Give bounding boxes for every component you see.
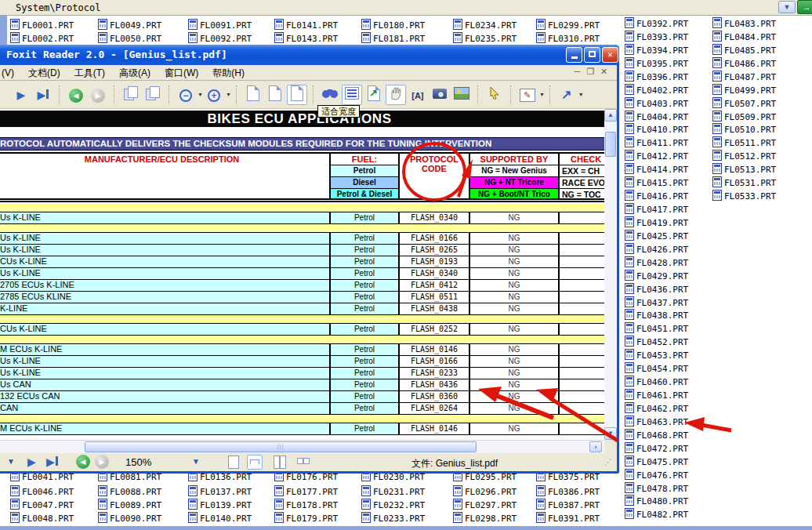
- file-item[interactable]: FL0437.PRT: [625, 296, 688, 308]
- file-item[interactable]: FL0386.PRT: [536, 485, 600, 497]
- menu-item-3[interactable]: 高级(A): [112, 65, 158, 80]
- last-page-button[interactable]: ▶: [33, 85, 53, 105]
- foxit-title-bar[interactable]: Foxit Reader 2.0 - [Genius_list.pdf] ✕: [0, 45, 619, 65]
- select-text-button[interactable]: [A]: [408, 85, 428, 105]
- file-item[interactable]: FL0507.PRT: [712, 97, 776, 109]
- table-row[interactable]: 2705 ECUs K-LINEPetrolFLASH_0412NG: [0, 280, 604, 292]
- reading-layout-button[interactable]: [342, 85, 362, 105]
- file-item[interactable]: FL0463.PRT: [625, 416, 688, 427]
- file-item[interactable]: FL0510.PRT: [712, 123, 776, 135]
- file-item[interactable]: FL0404.PRT: [625, 111, 688, 122]
- file-item[interactable]: FL0419.PRT: [625, 216, 688, 228]
- file-item[interactable]: FL0402.PRT: [625, 84, 688, 96]
- file-item[interactable]: FL0047.PRT: [10, 499, 74, 510]
- file-item[interactable]: FL0233.PRT: [361, 512, 425, 524]
- doc-restore-button[interactable]: ❐: [584, 67, 597, 77]
- file-item[interactable]: FL0480.PRT: [625, 495, 688, 506]
- file-item[interactable]: FL0453.PRT: [625, 349, 688, 361]
- file-item[interactable]: FL0403.PRT: [625, 97, 688, 109]
- file-item[interactable]: FL0179.PRT: [274, 512, 338, 524]
- table-row[interactable]: CUs K-LINEPetrolFLASH_0252NG: [0, 324, 604, 336]
- zoom-in-button[interactable]: +: [204, 85, 224, 105]
- table-row[interactable]: CUs K-LINEPetrolFLASH_0193NG: [0, 256, 604, 268]
- file-item[interactable]: FL0531.PRT: [712, 176, 776, 188]
- restore-button[interactable]: [584, 47, 600, 63]
- file-item[interactable]: FL0396.PRT: [625, 71, 688, 82]
- file-item[interactable]: FL0299.PRT: [536, 19, 600, 31]
- file-item[interactable]: FL0296.PRT: [453, 485, 517, 497]
- scroll-up-button[interactable]: ▲: [604, 109, 617, 122]
- continuous-layout-button[interactable]: [247, 455, 263, 470]
- menu-item-0[interactable]: (V): [0, 66, 21, 78]
- zoom-in-button-dropdown[interactable]: ▼: [226, 92, 231, 97]
- doc-close-button[interactable]: ✕: [597, 67, 611, 77]
- share-tool-button[interactable]: ↗: [556, 85, 577, 105]
- table-row[interactable]: 2785 ECUs KLINEPetrolFLASH_0511NG: [0, 292, 604, 303]
- scroll-down-button[interactable]: ▼: [604, 427, 617, 440]
- continuous-facing-button[interactable]: [297, 456, 310, 466]
- horizontal-scroll-thumb[interactable]: |||: [85, 441, 477, 452]
- file-item[interactable]: FL0298.PRT: [453, 512, 517, 524]
- file-item[interactable]: FL0436.PRT: [625, 283, 688, 295]
- table-row[interactable]: Us K-LINEPetrolFLASH_0265NG: [0, 245, 604, 256]
- file-item[interactable]: FL0509.PRT: [712, 111, 776, 122]
- menu-item-5[interactable]: 帮助(H): [205, 65, 252, 80]
- file-item[interactable]: FL0414.PRT: [625, 163, 688, 175]
- file-item[interactable]: FL0487.PRT: [712, 71, 776, 82]
- note-tool-button[interactable]: ✎: [517, 85, 538, 105]
- file-item[interactable]: FL0140.PRT: [188, 512, 252, 524]
- actual-size-button[interactable]: [265, 85, 285, 105]
- file-item[interactable]: FL0415.PRT: [625, 176, 688, 188]
- menu-item-2[interactable]: 工具(T): [67, 65, 112, 80]
- pdf-document[interactable]: BIKES ECU APPLICATIONS ROTOCOL AUTOMATIC…: [0, 109, 604, 440]
- status-options-button[interactable]: ▼: [7, 456, 15, 466]
- vertical-scrollbar[interactable]: ▲ ▼: [604, 109, 617, 440]
- file-item[interactable]: FL0177.PRT: [274, 485, 338, 497]
- table-row[interactable]: M ECUs K-LINEPetrolFLASH_0146NG: [0, 344, 604, 356]
- fit-page-button[interactable]: [243, 85, 263, 105]
- file-item[interactable]: FL0231.PRT: [361, 485, 425, 497]
- file-item[interactable]: FL0484.PRT: [712, 31, 776, 42]
- file-item[interactable]: FL0483.PRT: [712, 17, 776, 29]
- file-item[interactable]: FL0428.PRT: [625, 256, 688, 268]
- file-item[interactable]: FL0476.PRT: [625, 469, 688, 481]
- file-item[interactable]: FL0485.PRT: [712, 44, 776, 56]
- file-item[interactable]: FL0092.PRT: [188, 32, 252, 44]
- table-row[interactable]: CANPetrolFLASH_0264NG: [0, 403, 604, 415]
- file-item[interactable]: FL0499.PRT: [712, 84, 776, 96]
- file-item[interactable]: FL0412.PRT: [625, 150, 688, 162]
- select-annotation-button[interactable]: [484, 85, 505, 105]
- table-row[interactable]: M ECUs K-LINEPetrolFLASH_0146NG: [0, 423, 604, 435]
- zoom-dropdown-button[interactable]: ▼: [192, 456, 200, 466]
- single-page-button[interactable]: [228, 456, 239, 471]
- status-forward-button[interactable]: ▶: [95, 455, 109, 469]
- extract-pages-button[interactable]: [143, 85, 163, 105]
- file-item[interactable]: FL0235.PRT: [453, 32, 517, 44]
- go-button[interactable]: →: [797, 0, 812, 14]
- vertical-scroll-thumb[interactable]: [605, 132, 616, 157]
- share-tool-button-dropdown[interactable]: ▼: [578, 92, 584, 97]
- file-item[interactable]: FL0391.PRT: [536, 512, 600, 524]
- table-row[interactable]: Us K-LINEPetrolFLASH_0166NG: [0, 356, 604, 368]
- file-item[interactable]: FL0533.PRT: [712, 190, 776, 201]
- file-item[interactable]: FL0049.PRT: [98, 19, 161, 31]
- file-item[interactable]: FL0426.PRT: [625, 243, 688, 255]
- zoom-level[interactable]: 150%: [125, 456, 151, 468]
- file-item[interactable]: FL0417.PRT: [625, 203, 688, 215]
- status-last-page-button[interactable]: ▶: [46, 456, 58, 468]
- import-pages-button[interactable]: [121, 85, 141, 105]
- file-item[interactable]: FL0438.PRT: [625, 309, 688, 321]
- zoom-out-button[interactable]: −: [176, 85, 196, 105]
- file-item[interactable]: FL0232.PRT: [361, 499, 425, 510]
- table-row[interactable]: 132 ECUs CANPetrolFLASH_0360NG: [0, 391, 604, 403]
- facing-layout-button[interactable]: [274, 456, 286, 471]
- close-button[interactable]: ✕: [602, 47, 618, 63]
- file-item[interactable]: FL0048.PRT: [10, 512, 74, 524]
- file-item[interactable]: FL0462.PRT: [625, 402, 688, 414]
- file-item[interactable]: FL0511.PRT: [712, 136, 776, 148]
- table-row[interactable]: Us K-LINEPetrolFLASH_0340NG: [0, 212, 604, 224]
- file-item[interactable]: FL0297.PRT: [453, 499, 517, 510]
- file-item[interactable]: FL0395.PRT: [625, 57, 688, 69]
- file-item[interactable]: FL0393.PRT: [625, 31, 688, 42]
- file-item[interactable]: FL0002.PRT: [10, 32, 74, 44]
